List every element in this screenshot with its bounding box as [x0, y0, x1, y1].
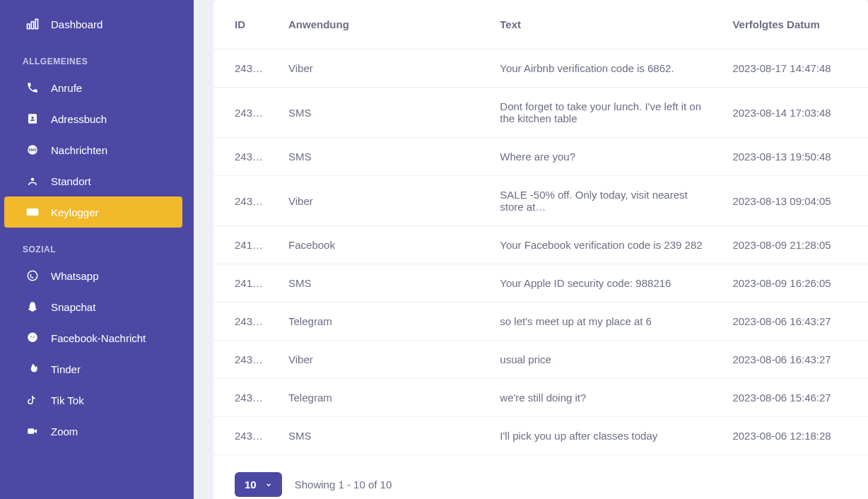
sidebar-section-general: ALLGEMEINES [0, 40, 194, 72]
cell-app: Telegram [276, 379, 487, 417]
pagination: 10 Showing 1 - 10 of 10 [213, 455, 868, 499]
sidebar-item-label: Tik Tok [51, 394, 84, 406]
cell-date: 2023-08-14 17:03:48 [720, 88, 868, 138]
svg-rect-10 [31, 211, 33, 212]
cell-date: 2023-08-06 12:18:28 [720, 417, 868, 455]
cell-app: Viber [276, 176, 487, 226]
table-header-date[interactable]: Verfolgtes Datum [720, 0, 868, 49]
cell-date: 2023-08-06 15:46:27 [720, 379, 868, 417]
table-row[interactable]: 243…Telegramwe're still doing it?2023-08… [213, 379, 868, 417]
svg-rect-2 [35, 19, 37, 28]
sidebar-item-label: Zoom [51, 425, 78, 438]
sidebar-item-facebook-message[interactable]: Facebook-Nachricht [0, 322, 194, 353]
cell-date: 2023-08-09 16:26:05 [720, 264, 868, 303]
messages-icon: SMS [25, 143, 40, 157]
svg-rect-1 [31, 22, 33, 29]
cell-id: 241… [213, 226, 276, 264]
keylogger-table-card: ID Anwendung Text Verfolgtes Datum 243…V… [213, 0, 868, 499]
sidebar-item-messages[interactable]: SMS Nachrichten [0, 134, 194, 165]
sidebar-item-keylogger[interactable]: Keylogger [4, 196, 182, 228]
sidebar-item-dashboard[interactable]: Dashboard [0, 8, 194, 40]
cell-id: 243… [213, 176, 276, 226]
table-header-text[interactable]: Text [487, 0, 720, 49]
sidebar-item-whatsapp[interactable]: Whatsapp [0, 260, 194, 291]
svg-rect-0 [28, 24, 30, 29]
page-size-select[interactable]: 10 [235, 472, 282, 497]
svg-point-7 [31, 178, 35, 182]
sidebar-item-zoom[interactable]: Zoom [0, 416, 194, 447]
cell-app: SMS [276, 88, 487, 138]
cell-id: 243… [213, 303, 276, 341]
svg-rect-12 [35, 211, 37, 212]
cell-text: Your Apple ID security code: 988216 [487, 264, 720, 303]
svg-rect-16 [28, 428, 34, 434]
cell-text: Dont forget to take your lunch. I've lef… [487, 88, 720, 138]
dashboard-icon [25, 17, 40, 31]
cell-app: Viber [276, 341, 487, 379]
tinder-icon [25, 362, 40, 376]
cell-id: 243… [213, 138, 276, 176]
svg-rect-11 [33, 211, 35, 212]
page-size-value: 10 [245, 479, 257, 491]
table-row[interactable]: 243…Telegramso let's meet up at my place… [213, 303, 868, 341]
keylogger-table: ID Anwendung Text Verfolgtes Datum 243…V… [213, 0, 868, 455]
sidebar-item-label: Keylogger [51, 206, 99, 218]
pagination-showing: Showing 1 - 10 of 10 [295, 479, 392, 491]
table-row[interactable]: 243…ViberYour Airbnb verification code i… [213, 49, 868, 88]
cell-id: 241… [213, 264, 276, 303]
sidebar-item-location[interactable]: Standort [0, 165, 194, 196]
cell-text: Your Facebook verification code is 239 2… [487, 226, 720, 264]
keyboard-icon [25, 205, 40, 219]
svg-rect-9 [28, 211, 30, 212]
table-row[interactable]: 243…Viberusual price2023-08-06 16:43:27 [213, 341, 868, 379]
sidebar-item-label: Nachrichten [51, 144, 107, 156]
phone-icon [25, 81, 40, 95]
cell-date: 2023-08-13 09:04:05 [720, 176, 868, 226]
sidebar-item-label: Tinder [51, 363, 81, 375]
cell-app: SMS [276, 264, 487, 303]
cell-id: 243… [213, 417, 276, 455]
cell-id: 243… [213, 49, 276, 88]
svg-text:SMS: SMS [28, 148, 37, 152]
table-row[interactable]: 243…SMSDont forget to take your lunch. I… [213, 88, 868, 138]
sidebar-item-tinder[interactable]: Tinder [0, 353, 194, 384]
sidebar-item-label: Whatsapp [51, 270, 99, 282]
sidebar-item-snapchat[interactable]: Snapchat [0, 291, 194, 322]
sidebar-item-label: Dashboard [51, 18, 102, 30]
cell-app: SMS [276, 138, 487, 176]
main-content: ID Anwendung Text Verfolgtes Datum 243…V… [194, 0, 868, 499]
video-icon [25, 424, 40, 438]
location-icon [25, 174, 40, 188]
sidebar-item-label: Adressbuch [51, 113, 107, 125]
table-row[interactable]: 243…SMSWhere are you?2023-08-13 19:50:48 [213, 138, 868, 176]
cell-text: Where are you? [487, 138, 720, 176]
sidebar-item-tiktok[interactable]: Tik Tok [0, 384, 194, 416]
svg-point-4 [31, 117, 33, 119]
cell-app: SMS [276, 417, 487, 455]
cell-id: 243… [213, 379, 276, 417]
table-row[interactable]: 243…ViberSALE -50% off. Only today, visi… [213, 176, 868, 226]
sidebar-item-label: Anrufe [51, 82, 82, 94]
cell-text: usual price [487, 341, 720, 379]
sidebar-item-contacts[interactable]: Adressbuch [0, 103, 194, 134]
sidebar: Dashboard ALLGEMEINES Anrufe Adressbuch … [0, 0, 194, 499]
sidebar-section-social: SOZIAL [0, 228, 194, 260]
cell-id: 243… [213, 341, 276, 379]
table-row[interactable]: 243…SMSI'll pick you up after classes to… [213, 417, 868, 455]
table-row[interactable]: 241…SMSYour Apple ID security code: 9882… [213, 264, 868, 303]
cell-text: Your Airbnb verification code is 6862. [487, 49, 720, 88]
table-row[interactable]: 241…FacebookYour Facebook verification c… [213, 226, 868, 264]
cell-app: Telegram [276, 303, 487, 341]
chevron-down-icon [265, 481, 272, 488]
cell-text: we're still doing it? [487, 379, 720, 417]
svg-point-14 [28, 271, 37, 281]
cell-date: 2023-08-17 14:47:48 [720, 49, 868, 88]
table-header-id[interactable]: ID [213, 0, 276, 49]
tiktok-icon [25, 393, 40, 407]
messenger-icon [25, 331, 40, 345]
cell-text: SALE -50% off. Only today, visit nearest… [487, 176, 720, 226]
contacts-icon [25, 112, 40, 126]
table-header-app[interactable]: Anwendung [276, 0, 487, 49]
sidebar-item-calls[interactable]: Anrufe [0, 72, 194, 103]
svg-rect-13 [30, 213, 35, 214]
